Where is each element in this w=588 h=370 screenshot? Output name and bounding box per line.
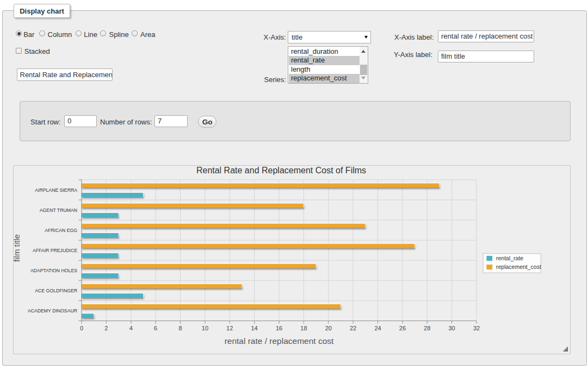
svg-text:AIRPLANE SIERRA: AIRPLANE SIERRA — [35, 187, 77, 193]
svg-text:32: 32 — [473, 325, 480, 331]
svg-text:18: 18 — [300, 325, 307, 331]
svg-text:AGENT TRUMAN: AGENT TRUMAN — [40, 208, 77, 213]
svg-text:2: 2 — [104, 325, 108, 331]
svg-text:4: 4 — [129, 325, 133, 331]
svg-text:12: 12 — [226, 325, 233, 331]
svg-text:ADAPTATION HOLES: ADAPTATION HOLES — [30, 268, 77, 273]
svg-text:20: 20 — [325, 325, 332, 331]
svg-text:10: 10 — [202, 325, 208, 331]
svg-text:30: 30 — [448, 325, 455, 331]
svg-text:16: 16 — [276, 325, 282, 331]
svg-text:rental_rate: rental_rate — [496, 255, 523, 261]
svg-text:0: 0 — [80, 325, 83, 331]
svg-text:24: 24 — [374, 325, 381, 331]
svg-text:22: 22 — [350, 325, 356, 331]
svg-text:6: 6 — [154, 325, 157, 331]
svg-text:replacement_cost: replacement_cost — [496, 264, 541, 270]
svg-text:28: 28 — [424, 325, 430, 331]
svg-text:AFFAIR PREJUDICE: AFFAIR PREJUDICE — [33, 248, 77, 253]
svg-text:Rental Rate and Replacement Co: Rental Rate and Replacement Cost of Film… — [196, 166, 366, 175]
svg-text:8: 8 — [178, 325, 182, 331]
svg-text:ACADEMY DINOSAUR: ACADEMY DINOSAUR — [28, 308, 77, 313]
svg-text:ACE GOLDFINGER: ACE GOLDFINGER — [35, 288, 77, 293]
svg-text:rental rate / replacement cost: rental rate / replacement cost — [225, 336, 334, 346]
svg-text:26: 26 — [399, 325, 406, 331]
svg-text:film title: film title — [14, 234, 21, 262]
svg-text:AFRICAN EGG: AFRICAN EGG — [45, 228, 77, 233]
svg-text:14: 14 — [251, 325, 257, 331]
